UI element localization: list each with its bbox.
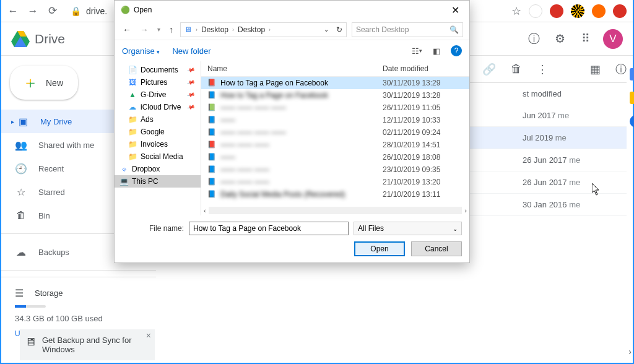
view-mode-icon[interactable]: ☷ ▾ [411, 45, 422, 56]
nav-up-icon[interactable]: ↑ [167, 25, 175, 35]
file-date: 30/11/2019 13:29 [383, 79, 463, 87]
folder-icon: 📁 [128, 141, 137, 149]
more-icon[interactable]: ⋮ [537, 63, 548, 76]
extension-icon[interactable] [592, 4, 606, 18]
drive-title: Drive [35, 32, 65, 46]
refresh-icon[interactable]: ↻ [336, 25, 342, 34]
tree-item[interactable]: 🖼Pictures📌 [115, 76, 201, 89]
help-icon[interactable]: ⓘ [526, 32, 541, 46]
file-name: —— —— —— —— [220, 103, 378, 112]
file-list-row[interactable]: 📘How to Tag a Page on Facebook30/11/2019… [201, 89, 469, 102]
close-icon[interactable]: × [146, 331, 151, 340]
nav-back-icon[interactable]: ← [121, 25, 133, 35]
close-icon[interactable]: ✕ [448, 4, 463, 16]
file-name: —— —— —— [220, 141, 378, 149]
file-type-icon: 📘 [207, 165, 216, 174]
url-text[interactable]: drive. [86, 6, 107, 16]
sidebar-icon: 🗑 [15, 210, 27, 221]
chevron-right-icon: ▸ [11, 118, 14, 125]
folder-icon: ▲ [128, 91, 137, 99]
file-type-icon: 📗 [207, 103, 216, 112]
apps-icon[interactable]: ⠿ [578, 32, 593, 46]
tasks-app-icon[interactable] [630, 115, 634, 128]
tree-item[interactable]: ⟐Dropbox [115, 163, 201, 175]
extension-icon[interactable] [529, 4, 542, 18]
tree-item[interactable]: ▲G-Drive📌 [115, 89, 201, 101]
file-list-row[interactable]: 📘—— —— ——21/10/2019 13:20 [201, 176, 469, 188]
file-modified: Jun 2017 me [523, 111, 622, 120]
file-name-input[interactable] [189, 222, 349, 235]
folder-tree[interactable]: 📄Documents📌🖼Pictures📌▲G-Drive📌☁iCloud Dr… [115, 61, 201, 215]
sidebar-label: Bin [38, 211, 50, 220]
file-modified: 26 Jun 2017 me [523, 155, 622, 165]
file-name: —— [220, 153, 378, 162]
pin-icon: 📌 [186, 78, 196, 87]
nav-fwd-icon[interactable]: → [138, 25, 150, 35]
sidebar-icon: 🕘 [15, 163, 27, 175]
settings-icon[interactable]: ⚙ [552, 32, 567, 46]
extension-icon[interactable] [571, 4, 584, 18]
calendar-app-icon[interactable] [630, 68, 634, 80]
extension-icon[interactable] [613, 4, 627, 18]
drive-logo[interactable]: Drive [11, 31, 65, 47]
account-avatar[interactable]: V [603, 29, 623, 49]
tree-item[interactable]: 📄Documents📌 [115, 64, 201, 76]
sidebar-label: Backups [38, 248, 69, 257]
tree-item[interactable]: 📁Invoices [115, 138, 201, 150]
link-icon[interactable]: 🔗 [482, 63, 496, 76]
pin-icon: 📌 [186, 90, 196, 99]
chrome-icon: 🟢 [121, 6, 130, 14]
list-header[interactable]: Name Date modified [201, 61, 469, 77]
side-panel-toggle[interactable]: › [628, 347, 632, 357]
forward-icon[interactable]: → [27, 6, 38, 17]
file-type-filter[interactable]: All Files⌄ [354, 222, 462, 235]
bookmark-star-icon[interactable]: ☆ [511, 4, 521, 18]
side-panel [620, 56, 634, 363]
grid-view-icon[interactable]: ▦ [590, 63, 601, 76]
file-list-row[interactable]: 📕—— —— ——28/10/2019 14:51 [201, 139, 469, 151]
file-list-row[interactable]: 📕How to Tag a Page on Facebook30/11/2019… [201, 77, 469, 89]
extension-icon[interactable] [550, 4, 563, 18]
cancel-button[interactable]: Cancel [411, 241, 462, 256]
file-list-row[interactable]: 📘——12/11/2019 10:33 [201, 114, 469, 126]
help-icon[interactable]: ? [451, 45, 462, 56]
keep-app-icon[interactable] [630, 92, 634, 104]
tree-item[interactable]: 📁Google [115, 126, 201, 138]
pin-icon: 📌 [186, 103, 196, 111]
preview-pane-icon[interactable]: ◧ [431, 45, 442, 56]
backup-banner[interactable]: 🖥 Get Backup and Sync for Windows × [20, 329, 155, 360]
drive-logo-icon [11, 31, 30, 47]
file-list-row[interactable]: 📘Daily Social Media Posts (Recovered)21/… [201, 188, 469, 201]
sidebar-icon: ☁ [15, 246, 27, 258]
dropdown-icon[interactable]: ▾ [155, 26, 162, 33]
file-date: 26/11/2019 11:05 [383, 103, 463, 112]
tree-item[interactable]: 💻This PC [115, 175, 201, 188]
dialog-title: Open [134, 6, 152, 14]
delete-icon[interactable]: 🗑 [511, 63, 522, 76]
file-list-row[interactable]: 📘—— —— —— ——02/11/2019 09:24 [201, 126, 469, 139]
storage-heading[interactable]: ☰Storage [15, 287, 142, 299]
file-date: 23/10/2019 09:35 [383, 165, 463, 174]
storage-bar [15, 305, 46, 308]
tree-item[interactable]: ☁iCloud Drive📌 [115, 101, 201, 113]
tree-item[interactable]: 📁Ads [115, 113, 201, 126]
chevron-down-icon[interactable]: ⌄ [324, 26, 329, 33]
file-modified: 30 Jan 2016 me [523, 200, 622, 209]
new-folder-button[interactable]: New folder [172, 46, 211, 56]
reload-icon[interactable]: ⟳ [47, 6, 58, 17]
dialog-search[interactable]: Search Desktop 🔍 [352, 22, 463, 37]
back-icon[interactable]: ← [7, 6, 19, 17]
file-list-row[interactable]: 📘——26/10/2019 18:08 [201, 151, 469, 163]
tree-label: This PC [132, 177, 158, 186]
breadcrumb[interactable]: 🖥 › Desktop › Desktop › ⌄ ↻ [180, 22, 347, 37]
tree-item[interactable]: 📁Social Media [115, 150, 201, 163]
open-button[interactable]: Open [354, 241, 405, 256]
sidebar-label: Shared with me [38, 141, 94, 150]
pin-icon: 📌 [186, 66, 196, 74]
file-list-row[interactable]: 📗—— —— —— ——26/11/2019 11:05 [201, 102, 469, 114]
new-button[interactable]: ＋ New [10, 66, 78, 100]
column-modified[interactable]: st modified [523, 89, 622, 98]
organise-menu[interactable]: Organise ▾ [122, 46, 160, 56]
file-list-row[interactable]: 📘—— —— ——23/10/2019 09:35 [201, 163, 469, 176]
file-name: —— —— —— [220, 178, 378, 186]
